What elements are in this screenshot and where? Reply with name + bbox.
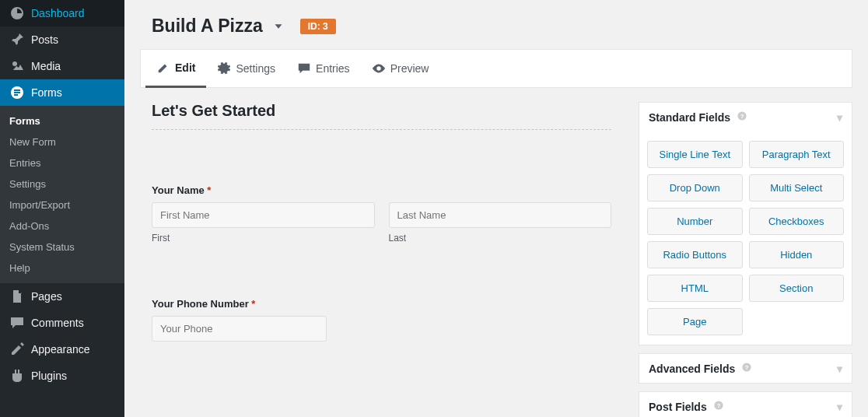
submenu-entries[interactable]: Entries (0, 152, 124, 173)
admin-sidebar: Dashboard Posts Media Forms Forms New Fo… (0, 0, 124, 417)
phone-field-label: Your Phone Number * (152, 298, 611, 310)
sidebar-item-dashboard[interactable]: Dashboard (0, 0, 124, 26)
form-editor-area: Let's Get Started Your Name * First Last… (140, 102, 623, 417)
sidebar-label: Dashboard (31, 7, 85, 19)
standard-fields-panel: Standard Fields ? ▾ Single Line Text Par… (639, 102, 852, 345)
standard-fields-body: Single Line Text Paragraph Text Drop Dow… (639, 131, 852, 345)
tab-settings[interactable]: Settings (206, 50, 286, 87)
entries-icon (297, 61, 311, 75)
field-single-line-text[interactable]: Single Line Text (647, 141, 743, 168)
submenu-new-form[interactable]: New Form (0, 131, 124, 152)
form-section-heading: Let's Get Started (152, 102, 611, 120)
field-radio-buttons[interactable]: Radio Buttons (647, 241, 743, 268)
field-paragraph-text[interactable]: Paragraph Text (749, 141, 845, 168)
help-icon: ? (713, 400, 724, 411)
tab-label: Preview (390, 62, 429, 75)
phone-input[interactable] (152, 316, 327, 342)
help-icon: ? (737, 110, 747, 121)
sidebar-label: Plugins (31, 370, 67, 382)
name-field-label: Your Name * (152, 184, 611, 196)
forms-icon (9, 85, 25, 100)
sidebar-label: Comments (31, 317, 84, 329)
comments-icon (9, 315, 25, 331)
field-page[interactable]: Page (647, 308, 743, 335)
required-indicator: * (251, 298, 255, 310)
submenu-import-export[interactable]: Import/Export (0, 194, 124, 216)
submenu-forms[interactable]: Forms (0, 110, 124, 131)
preview-icon (372, 61, 386, 75)
svg-text:?: ? (740, 113, 744, 120)
field-hidden[interactable]: Hidden (749, 241, 845, 268)
help-icon: ? (741, 362, 752, 373)
last-name-input[interactable] (389, 202, 612, 228)
field-html[interactable]: HTML (647, 275, 743, 302)
divider (152, 129, 611, 130)
collapse-arrow-icon: ▾ (837, 111, 842, 124)
plugins-icon (9, 368, 25, 384)
name-field-row: First Last (152, 202, 611, 244)
svg-rect-2 (14, 89, 20, 91)
required-indicator: * (207, 184, 211, 196)
sidebar-item-appearance[interactable]: Appearance (0, 336, 124, 363)
standard-fields-header[interactable]: Standard Fields ? ▾ (639, 103, 852, 131)
svg-text:?: ? (745, 364, 749, 371)
advanced-fields-header[interactable]: Advanced Fields ? ▾ (639, 354, 852, 383)
form-header: Build A Pizza ID: 3 (140, 0, 852, 49)
tab-label: Entries (316, 62, 350, 75)
expand-arrow-icon: ▾ (837, 401, 842, 413)
submenu-system-status[interactable]: System Status (0, 237, 124, 258)
forms-submenu: Forms New Form Entries Settings Import/E… (0, 106, 124, 283)
field-palette: Standard Fields ? ▾ Single Line Text Par… (639, 102, 852, 417)
field-section[interactable]: Section (749, 275, 845, 302)
first-name-input[interactable] (152, 202, 375, 228)
sidebar-item-media[interactable]: Media (0, 53, 124, 79)
sidebar-item-comments[interactable]: Comments (0, 310, 124, 336)
svg-rect-3 (14, 92, 20, 93)
form-id-badge: ID: 3 (300, 19, 336, 34)
first-name-sublabel: First (152, 233, 375, 244)
expand-arrow-icon: ▾ (837, 363, 842, 375)
form-title: Build A Pizza (152, 16, 263, 37)
submenu-addons[interactable]: Add-Ons (0, 216, 124, 237)
svg-rect-4 (14, 94, 18, 96)
sidebar-label: Forms (31, 86, 62, 99)
media-icon (9, 58, 25, 74)
post-fields-header[interactable]: Post Fields ? ▾ (639, 392, 852, 417)
sidebar-label: Posts (31, 33, 58, 46)
form-switcher-dropdown[interactable] (271, 19, 286, 34)
field-drop-down[interactable]: Drop Down (647, 174, 743, 201)
appearance-icon (9, 342, 25, 357)
main-content: Build A Pizza ID: 3 Edit Settings Entrie… (124, 0, 868, 417)
tab-label: Edit (175, 61, 195, 74)
tab-edit[interactable]: Edit (145, 50, 206, 88)
sidebar-item-pages[interactable]: Pages (0, 283, 124, 310)
sidebar-item-forms[interactable]: Forms (0, 79, 124, 106)
svg-point-0 (12, 61, 17, 66)
sidebar-item-plugins[interactable]: Plugins (0, 363, 124, 389)
edit-icon (156, 61, 170, 75)
last-name-sublabel: Last (389, 233, 612, 244)
advanced-fields-panel: Advanced Fields ? ▾ (639, 353, 852, 384)
svg-text:?: ? (716, 402, 720, 409)
sidebar-item-posts[interactable]: Posts (0, 26, 124, 53)
pin-icon (9, 32, 25, 47)
tab-entries[interactable]: Entries (286, 50, 361, 87)
field-number[interactable]: Number (647, 208, 743, 235)
field-checkboxes[interactable]: Checkboxes (749, 208, 845, 235)
sidebar-label: Pages (31, 290, 62, 303)
submenu-help[interactable]: Help (0, 258, 124, 279)
form-tabs: Edit Settings Entries Preview (140, 49, 852, 88)
dashboard-icon (9, 5, 25, 21)
sidebar-label: Appearance (31, 343, 90, 356)
post-fields-panel: Post Fields ? ▾ (639, 391, 852, 417)
tab-preview[interactable]: Preview (361, 50, 440, 87)
submenu-settings[interactable]: Settings (0, 173, 124, 194)
sidebar-label: Media (31, 60, 61, 72)
field-multi-select[interactable]: Multi Select (749, 174, 845, 201)
pages-icon (9, 289, 25, 304)
tab-label: Settings (236, 62, 275, 75)
settings-icon (217, 61, 231, 75)
phone-field-block: Your Phone Number * (152, 298, 611, 342)
